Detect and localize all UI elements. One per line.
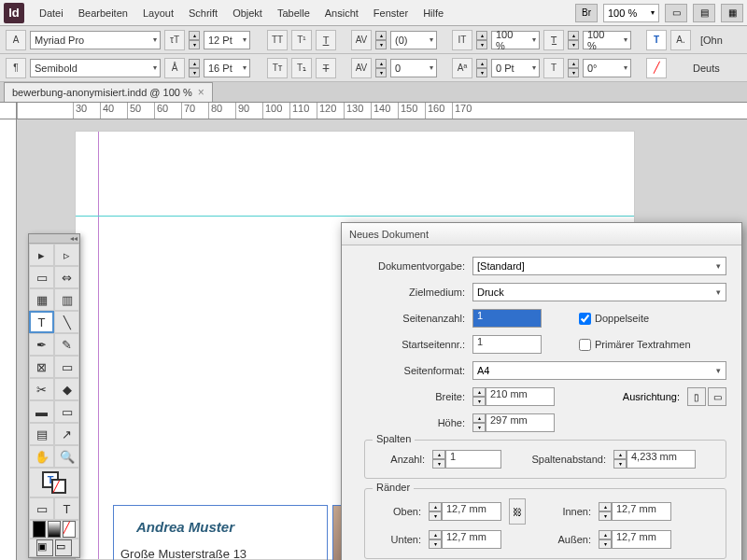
margin-outside-input[interactable]: 12,7 mm — [612, 530, 671, 549]
zoom-tool[interactable]: 🔍 — [54, 445, 79, 468]
free-transform-tool[interactable]: ◆ — [54, 378, 79, 400]
height-spinner[interactable]: ▴▾ — [472, 413, 486, 432]
char-format-icon[interactable]: A — [6, 30, 26, 50]
bridge-button[interactable]: Br — [575, 4, 598, 22]
hscale-spinner[interactable]: ▴▾ — [568, 31, 579, 49]
underline-icon[interactable]: T — [316, 30, 336, 50]
kerning-spinner[interactable]: ▴▾ — [375, 31, 387, 49]
menu-hilfe[interactable]: Hilfe — [416, 4, 451, 22]
width-input[interactable]: 210 mm — [486, 387, 555, 406]
font-family-dropdown[interactable]: Myriad Pro — [30, 31, 161, 49]
skew-spinner[interactable]: ▴▾ — [568, 59, 579, 77]
dialog-title-bar[interactable]: Neues Dokument — [342, 223, 741, 245]
landscape-button[interactable]: ▭ — [708, 387, 726, 406]
gradient-swatch-tool[interactable]: ▬ — [29, 400, 54, 423]
rectangle-frame-tool[interactable]: ⊠ — [29, 356, 54, 378]
margin-outside-spinner[interactable]: ▴▾ — [599, 530, 612, 549]
gap-tool[interactable]: ⇔ — [54, 266, 79, 288]
menu-fenster[interactable]: Fenster — [366, 4, 416, 22]
margin-top-input[interactable]: 12,7 mm — [442, 502, 501, 521]
stroke-color-icon[interactable]: ╱ — [646, 58, 667, 78]
font-weight-dropdown[interactable]: Semibold — [30, 59, 161, 77]
menu-objekt[interactable]: Objekt — [225, 4, 270, 22]
menu-ansicht[interactable]: Ansicht — [317, 4, 366, 22]
pencil-tool[interactable]: ✎ — [54, 333, 79, 356]
column-count-input[interactable]: 1 — [445, 450, 501, 469]
all-caps-icon[interactable]: TT — [267, 30, 288, 50]
fill-stroke-swatch[interactable]: T ╱ — [29, 468, 79, 497]
strikethrough-icon[interactable]: T — [316, 58, 336, 78]
apply-none-icon[interactable]: ╱ — [63, 521, 76, 538]
intent-dropdown[interactable]: Druck — [472, 283, 726, 301]
preview-view-icon[interactable]: ▭ — [55, 539, 72, 556]
margin-inside-spinner[interactable]: ▴▾ — [599, 502, 612, 521]
ruler-origin[interactable] — [0, 103, 17, 119]
apply-color-icon[interactable] — [33, 521, 46, 538]
subscript-icon[interactable]: T₁ — [291, 58, 312, 78]
margin-bottom-input[interactable]: 12,7 mm — [442, 530, 501, 549]
guide-vertical[interactable] — [98, 132, 99, 559]
column-count-spinner[interactable]: ▴▾ — [432, 450, 445, 469]
type-tool[interactable]: T — [29, 311, 54, 333]
content-collector-tool[interactable]: ▦ — [29, 288, 54, 311]
normal-view-icon[interactable]: ▣ — [36, 539, 53, 556]
vscale-input[interactable]: 100 % — [491, 31, 540, 49]
vertical-ruler[interactable] — [0, 119, 17, 560]
gutter-spinner[interactable]: ▴▾ — [613, 450, 627, 469]
pagesize-dropdown[interactable]: A4 — [472, 361, 726, 380]
eyedropper-tool[interactable]: ↗ — [54, 423, 79, 445]
margin-inside-input[interactable]: 12,7 mm — [612, 502, 671, 521]
formatting-text-icon[interactable]: T — [54, 497, 79, 520]
menu-layout[interactable]: Layout — [135, 4, 181, 22]
font-size-spinner[interactable]: ▴▾ — [189, 31, 200, 49]
screen-mode-button[interactable]: ▤ — [693, 4, 715, 22]
view-mode-button[interactable]: ▭ — [665, 4, 687, 22]
rectangle-tool[interactable]: ▭ — [54, 356, 79, 378]
kerning-input[interactable]: (0) — [390, 31, 437, 49]
tab-close-icon[interactable]: × — [198, 86, 204, 99]
menu-schrift[interactable]: Schrift — [181, 4, 225, 22]
pages-input[interactable]: 1 — [472, 309, 542, 328]
facing-pages-checkbox[interactable]: Doppelseite — [579, 313, 649, 325]
startpage-input[interactable]: 1 — [472, 335, 542, 354]
scissors-tool[interactable]: ✂ — [29, 378, 54, 400]
apply-gradient-icon[interactable] — [48, 521, 61, 538]
guide-horizontal[interactable] — [76, 216, 634, 217]
gutter-input[interactable]: 4,233 mm — [627, 450, 696, 469]
primary-frame-checkbox[interactable]: Primärer Textrahmen — [579, 339, 691, 351]
width-spinner[interactable]: ▴▾ — [472, 387, 486, 406]
menu-datei[interactable]: Datei — [32, 4, 71, 22]
gradient-feather-tool[interactable]: ▭ — [54, 400, 79, 423]
hand-tool[interactable]: ✋ — [29, 445, 54, 468]
preset-dropdown[interactable]: [Standard] — [472, 257, 726, 275]
vscale-spinner[interactable]: ▴▾ — [476, 31, 487, 49]
leading-spinner[interactable]: ▴▾ — [189, 59, 200, 77]
link-margins-button[interactable]: ⛓ — [509, 498, 526, 525]
document-tab[interactable]: bewerbung-anonymisiert.indd @ 100 % × — [4, 82, 213, 102]
content-placer-tool[interactable]: ▥ — [54, 288, 79, 311]
para-format-icon[interactable]: ¶ — [6, 58, 26, 78]
margin-top-spinner[interactable]: ▴▾ — [429, 502, 442, 521]
menu-bearbeiten[interactable]: Bearbeiten — [71, 4, 135, 22]
skew-input[interactable]: 0° — [583, 59, 631, 77]
panel-grip[interactable]: ◂◂ — [29, 234, 79, 244]
tracking-spinner[interactable]: ▴▾ — [375, 59, 387, 77]
baseline-spinner[interactable]: ▴▾ — [476, 59, 487, 77]
note-tool[interactable]: ▤ — [29, 423, 54, 445]
horizontal-ruler[interactable]: 304050 607080 90100110 120130140 1501601… — [17, 103, 747, 119]
page-tool[interactable]: ▭ — [29, 266, 54, 288]
arrange-button[interactable]: ▦ — [721, 4, 743, 22]
fill-color-icon[interactable]: T — [646, 30, 667, 50]
char-style-icon[interactable]: A. — [670, 30, 691, 50]
view-mode-row[interactable]: ▣ ▭ — [29, 539, 79, 557]
selection-tool[interactable]: ▸ — [29, 244, 54, 266]
margin-bottom-spinner[interactable]: ▴▾ — [429, 530, 442, 549]
name-text[interactable]: Andrea Muster — [136, 519, 234, 535]
zoom-dropdown[interactable]: 100 %▾ — [603, 4, 659, 22]
direct-selection-tool[interactable]: ▹ — [54, 244, 79, 266]
small-caps-icon[interactable]: Tт — [267, 58, 288, 78]
pen-tool[interactable]: ✒ — [29, 333, 54, 356]
line-tool[interactable]: ╲ — [54, 311, 79, 333]
leading-input[interactable]: 16 Pt — [204, 59, 250, 77]
address-text[interactable]: Große Musterstraße 13 — [120, 547, 247, 560]
